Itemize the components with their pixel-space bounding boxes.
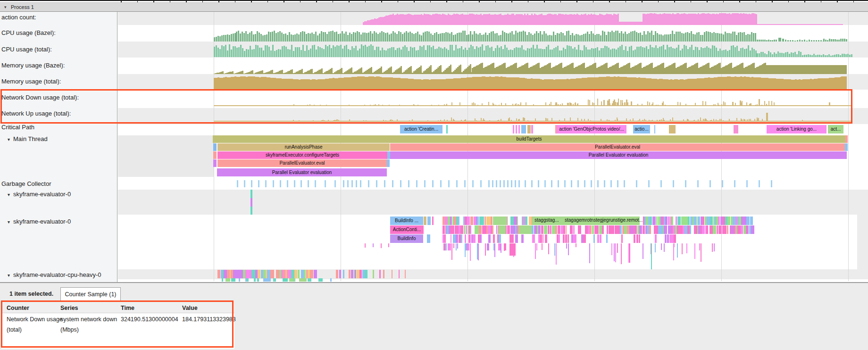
hang-slice[interactable]	[501, 243, 501, 253]
counter-bar-net-up[interactable]	[683, 119, 684, 122]
flame-slice[interactable]	[634, 234, 635, 243]
counter-bar-cpu-total[interactable]	[278, 49, 279, 57]
counter-bar-cpu-total[interactable]	[382, 48, 383, 57]
counter-bar-cpu-total[interactable]	[282, 46, 283, 57]
counter-bar-cpu-bazel[interactable]	[719, 33, 720, 42]
counter-bar-cpu-total[interactable]	[712, 45, 713, 57]
slice-cpu-heavy-subrow[interactable]	[299, 278, 307, 282]
counter-bar-net-down[interactable]	[592, 102, 593, 106]
counter-bar-cpu-total[interactable]	[291, 45, 292, 57]
counter-bar-cpu-total[interactable]	[457, 49, 459, 57]
counter-bar-cpu-total[interactable]	[706, 46, 708, 57]
counter-bar-cpu-bazel[interactable]	[347, 35, 349, 42]
hang-slice[interactable]	[682, 243, 683, 254]
counter-bar-cpu-bazel[interactable]	[396, 34, 398, 42]
counter-bar-cpu-bazel[interactable]	[472, 34, 473, 42]
counter-bar-cpu-total[interactable]	[231, 50, 232, 57]
counter-bar-net-down[interactable]	[505, 103, 506, 106]
counter-bar-cpu-bazel[interactable]	[351, 34, 352, 42]
counter-bar-cpu-total[interactable]	[593, 49, 594, 57]
counter-bar-net-down[interactable]	[601, 102, 602, 106]
counter-bar-cpu-total[interactable]	[434, 49, 436, 57]
counter-bar-cpu-bazel[interactable]	[360, 34, 362, 42]
counter-bar-cpu-bazel[interactable]	[545, 33, 547, 42]
counter-bar-net-up[interactable]	[442, 121, 443, 122]
counter-bar-net-down[interactable]	[551, 102, 551, 106]
counter-bar-cpu-bazel[interactable]	[677, 32, 679, 42]
counter-bar-net-down[interactable]	[332, 105, 333, 106]
counter-bar-cpu-total[interactable]	[636, 47, 638, 57]
counter-bar-cpu-total[interactable]	[744, 49, 745, 57]
counter-bar-cpu-bazel[interactable]	[470, 31, 471, 42]
counter-bar-cpu-total[interactable]	[453, 50, 455, 57]
hang-slice[interactable]	[373, 243, 374, 247]
counter-bar-cpu-bazel[interactable]	[585, 33, 586, 42]
counter-bar-cpu-total[interactable]	[680, 50, 681, 57]
counter-bar-cpu-total[interactable]	[533, 45, 534, 57]
gc-tick[interactable]	[511, 180, 512, 187]
slice-main-thread-row2[interactable]: runAnalysisPhase	[217, 143, 390, 151]
counter-bar-cpu-total[interactable]	[719, 49, 721, 57]
counter-bar-cpu-total[interactable]	[555, 47, 557, 57]
counter-bar-cpu-total[interactable]	[414, 47, 415, 57]
gc-tick[interactable]	[571, 180, 572, 187]
counter-bar-net-down[interactable]	[558, 104, 559, 106]
tab-counter-sample[interactable]: Counter Sample (1)	[60, 287, 121, 302]
counter-bar-net-up[interactable]	[328, 120, 329, 122]
counter-bar-cpu-total[interactable]	[746, 49, 747, 57]
counter-bar-net-up[interactable]	[672, 117, 673, 122]
slice-skyframe2-row3[interactable]: BuildInfo	[390, 234, 423, 243]
counter-bar-cpu-total[interactable]	[480, 47, 481, 57]
gc-tick[interactable]	[265, 180, 267, 187]
counter-bar-cpu-total[interactable]	[391, 47, 392, 57]
slice-cpu-heavy-subrow[interactable]	[257, 278, 259, 282]
counter-bar-net-up[interactable]	[657, 120, 658, 122]
counter-bar-net-up[interactable]	[581, 119, 582, 122]
counter-bar-cpu-total[interactable]	[251, 50, 253, 57]
counter-bar-cpu-total[interactable]	[546, 47, 547, 57]
counter-bar-net-up[interactable]	[338, 120, 339, 122]
counter-bar-cpu-total[interactable]	[395, 50, 396, 57]
slice-critical-path[interactable]: action 'Creatin...	[400, 125, 442, 133]
counter-bar-net-up[interactable]	[476, 120, 477, 122]
slice-main-thread-row2[interactable]	[845, 143, 848, 151]
flame-slice[interactable]	[654, 217, 656, 225]
counter-bar-cpu-total[interactable]	[221, 45, 223, 57]
counter-bar-net-down[interactable]	[501, 103, 502, 106]
counter-bar-cpu-total[interactable]	[655, 45, 657, 57]
counter-bar-cpu-total[interactable]	[699, 50, 700, 57]
counter-bar-cpu-bazel[interactable]	[725, 32, 726, 42]
flame-slice[interactable]	[247, 278, 249, 282]
counter-bar-cpu-total[interactable]	[770, 52, 771, 57]
gc-tick[interactable]	[287, 180, 288, 187]
counter-bar-net-down[interactable]	[651, 104, 652, 106]
counter-bar-cpu-bazel[interactable]	[621, 31, 622, 42]
counter-bar-net-down[interactable]	[680, 102, 681, 106]
flame-slice[interactable]	[690, 225, 691, 234]
counter-bar-cpu-total[interactable]	[357, 50, 359, 57]
counter-bar-cpu-bazel[interactable]	[643, 31, 645, 42]
flame-slice[interactable]	[724, 225, 726, 234]
counter-bar-cpu-bazel[interactable]	[816, 40, 817, 42]
gc-tick[interactable]	[564, 180, 566, 187]
slice-cpu-heavy-subrow[interactable]	[330, 278, 332, 282]
counter-bar-cpu-bazel[interactable]	[517, 33, 518, 42]
counter-bar-net-down[interactable]	[597, 99, 599, 106]
counter-bar-cpu-bazel[interactable]	[617, 31, 618, 42]
flame-slice[interactable]	[596, 225, 599, 234]
counter-bar-net-down[interactable]	[488, 102, 489, 106]
counter-bar-cpu-total[interactable]	[302, 45, 304, 57]
counter-bar-cpu-total[interactable]	[359, 49, 360, 57]
counter-bar-net-up[interactable]	[630, 119, 631, 122]
flame-slice[interactable]	[254, 278, 256, 282]
counter-bar-net-down[interactable]	[618, 99, 619, 106]
counter-bar-cpu-total[interactable]	[551, 50, 553, 57]
counter-bar-net-up[interactable]	[762, 119, 763, 122]
counter-bar-cpu-total[interactable]	[229, 44, 230, 57]
counter-bar-cpu-bazel[interactable]	[504, 32, 505, 42]
sidebar-item[interactable]: action count:	[1, 14, 36, 21]
counter-bar-cpu-total[interactable]	[450, 45, 451, 57]
counter-bar-cpu-total[interactable]	[510, 50, 511, 57]
counter-bar-cpu-bazel[interactable]	[587, 32, 588, 42]
counter-bar-cpu-total[interactable]	[267, 45, 268, 57]
